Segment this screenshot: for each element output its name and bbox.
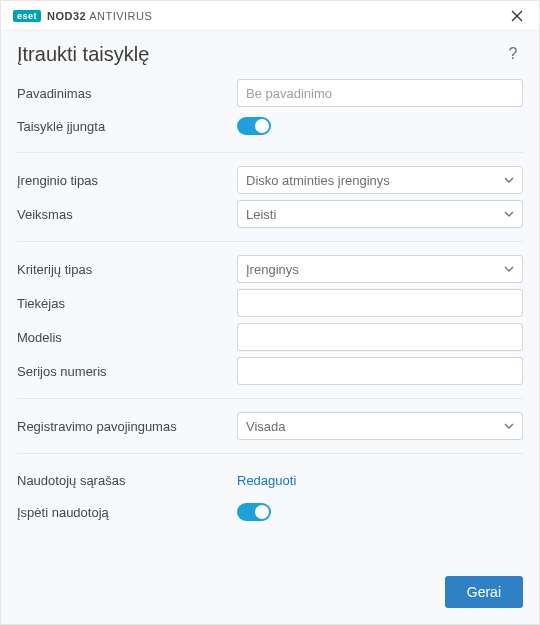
row-action: Veiksmas Leisti bbox=[17, 197, 523, 231]
device-type-value: Disko atminties įrenginys bbox=[246, 173, 390, 188]
brand-badge: eset bbox=[13, 10, 41, 22]
dialog-header: Įtraukti taisyklę ? bbox=[1, 31, 539, 72]
vendor-input[interactable] bbox=[237, 289, 523, 317]
divider bbox=[17, 241, 523, 242]
action-select[interactable]: Leisti bbox=[237, 200, 523, 228]
row-model: Modelis bbox=[17, 320, 523, 354]
brand-product-rest: ANTIVIRUS bbox=[89, 10, 152, 22]
dialog-window: eset NOD32 ANTIVIRUS Įtraukti taisyklę ?… bbox=[0, 0, 540, 625]
criteria-type-select[interactable]: Įrenginys bbox=[237, 255, 523, 283]
row-device-type: Įrenginio tipas Disko atminties įrenginy… bbox=[17, 163, 523, 197]
action-label: Veiksmas bbox=[17, 207, 237, 222]
model-label: Modelis bbox=[17, 330, 237, 345]
chevron-down-icon bbox=[504, 207, 514, 222]
close-icon bbox=[511, 10, 523, 22]
row-vendor: Tiekėjas bbox=[17, 286, 523, 320]
divider bbox=[17, 453, 523, 454]
brand-product: NOD32 ANTIVIRUS bbox=[47, 10, 152, 22]
rule-enabled-label: Taisyklė įjungta bbox=[17, 119, 237, 134]
rule-enabled-toggle[interactable] bbox=[237, 117, 271, 135]
titlebar: eset NOD32 ANTIVIRUS bbox=[1, 1, 539, 31]
chevron-down-icon bbox=[504, 173, 514, 188]
logging-label: Registravimo pavojingumas bbox=[17, 419, 237, 434]
row-notify-user: Įspėti naudotoją bbox=[17, 496, 523, 528]
name-input[interactable] bbox=[237, 79, 523, 107]
notify-label: Įspėti naudotoją bbox=[17, 505, 237, 520]
help-icon: ? bbox=[509, 45, 518, 62]
dialog-title: Įtraukti taisyklę bbox=[17, 43, 149, 66]
row-logging-severity: Registravimo pavojingumas Visada bbox=[17, 409, 523, 443]
row-rule-enabled: Taisyklė įjungta bbox=[17, 110, 523, 142]
logging-value: Visada bbox=[246, 419, 286, 434]
serial-input[interactable] bbox=[237, 357, 523, 385]
serial-label: Serijos numeris bbox=[17, 364, 237, 379]
model-input[interactable] bbox=[237, 323, 523, 351]
chevron-down-icon bbox=[504, 262, 514, 277]
brand: eset NOD32 ANTIVIRUS bbox=[13, 10, 152, 22]
divider bbox=[17, 398, 523, 399]
name-label: Pavadinimas bbox=[17, 86, 237, 101]
row-name: Pavadinimas bbox=[17, 76, 523, 110]
device-type-label: Įrenginio tipas bbox=[17, 173, 237, 188]
row-criteria-type: Kriterijų tipas Įrenginys bbox=[17, 252, 523, 286]
dialog-footer: Gerai bbox=[1, 562, 539, 624]
dialog-content: Pavadinimas Taisyklė įjungta Įrenginio t… bbox=[1, 72, 539, 562]
logging-select[interactable]: Visada bbox=[237, 412, 523, 440]
row-serial: Serijos numeris bbox=[17, 354, 523, 388]
row-user-list: Naudotojų sąrašas Redaguoti bbox=[17, 464, 523, 496]
device-type-select[interactable]: Disko atminties įrenginys bbox=[237, 166, 523, 194]
help-button[interactable]: ? bbox=[503, 45, 523, 65]
userlist-edit-link[interactable]: Redaguoti bbox=[237, 473, 296, 488]
chevron-down-icon bbox=[504, 419, 514, 434]
close-button[interactable] bbox=[505, 4, 529, 28]
ok-button[interactable]: Gerai bbox=[445, 576, 523, 608]
criteria-type-value: Įrenginys bbox=[246, 262, 299, 277]
brand-product-strong: NOD32 bbox=[47, 10, 86, 22]
divider bbox=[17, 152, 523, 153]
criteria-type-label: Kriterijų tipas bbox=[17, 262, 237, 277]
userlist-label: Naudotojų sąrašas bbox=[17, 473, 237, 488]
notify-user-toggle[interactable] bbox=[237, 503, 271, 521]
action-value: Leisti bbox=[246, 207, 276, 222]
vendor-label: Tiekėjas bbox=[17, 296, 237, 311]
